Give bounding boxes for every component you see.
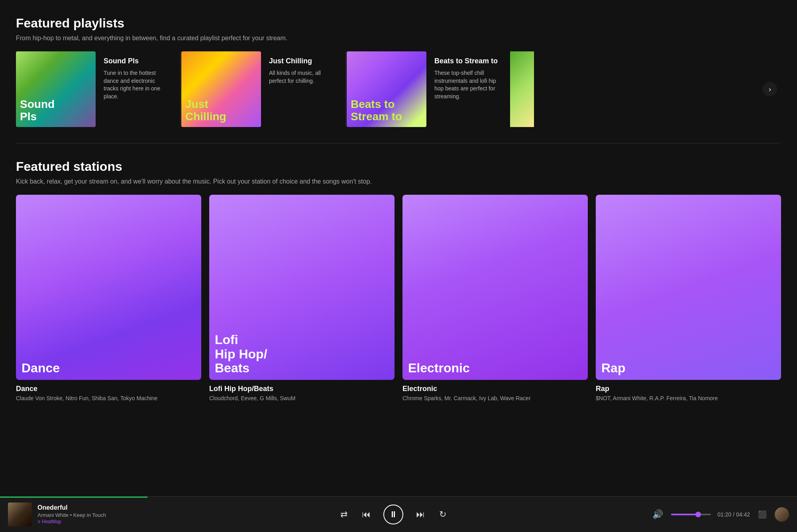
volume-button[interactable]: 🔊 (651, 508, 665, 521)
repeat-button[interactable]: ↻ (438, 508, 448, 521)
shuffle-icon: ⇄ (340, 509, 347, 520)
station-thumb-label-electronic: Electronic (408, 361, 470, 375)
player-album-art-image (8, 503, 32, 526)
station-card-dance[interactable]: Dance Dance Claude Von Stroke, Nitro Fun… (16, 195, 201, 403)
playlist-thumb-label-sound-pls: SoundPls (20, 98, 55, 123)
station-thumbnail-lofi: LofiHip Hop/Beats (209, 195, 395, 380)
station-artists-lofi: Cloudchord, Eevee, G Mills, SwuM (209, 395, 395, 403)
featured-playlists-title: Featured playlists (16, 16, 781, 31)
playlist-thumbnail-just-chilling: JustChilling (181, 51, 261, 127)
player-right: 🔊 01:20 / 04:42 ⬛ (651, 507, 789, 522)
player-track-info: Onederful Armani White • Keep in Touch ≡… (37, 504, 106, 524)
playlist-name-beats-stream: Beats to Stream to (434, 57, 498, 65)
stations-grid: Dance Dance Claude Von Stroke, Nitro Fun… (16, 195, 781, 403)
player-track-name: Onederful (37, 504, 106, 511)
pause-button[interactable]: ⏸ (383, 505, 403, 524)
volume-slider[interactable] (671, 514, 711, 515)
pause-icon: ⏸ (389, 509, 398, 520)
playlist-desc-just-chilling: All kinds of music, all perfect for chil… (269, 69, 333, 85)
repeat-icon: ↻ (439, 509, 446, 520)
playlist-thumb-label-just-chilling: JustChilling (185, 98, 226, 123)
playlist-thumbnail-beats-stream: Beats toStream to (347, 51, 426, 127)
current-time: 01:20 (717, 511, 731, 518)
station-thumb-label-rap: Rap (601, 361, 625, 375)
carousel-divider-2 (345, 51, 346, 127)
airplay-icon: ⬛ (758, 510, 767, 519)
playlist-desc-sound-pls: Tune in to the hottest dance and electro… (104, 69, 167, 100)
volume-thumb (695, 512, 701, 517)
main-content: Featured playlists From hip-hop to metal… (0, 0, 797, 403)
featured-playlists-section: Featured playlists From hip-hop to metal… (16, 16, 781, 127)
carousel-next-button[interactable]: › (763, 82, 777, 96)
player-time: 01:20 / 04:42 (717, 511, 750, 518)
playlist-thumbnail-partial (510, 51, 534, 127)
player-artist: Armani White (37, 512, 69, 518)
station-artists-electronic: Chrome Sparks, Mr. Carmack, Ivy Lab, Wav… (402, 395, 588, 403)
playlist-desc-beats-stream: These top-shelf chill instrumentals and … (434, 69, 498, 100)
time-separator: / (733, 511, 736, 518)
station-thumbnail-dance: Dance (16, 195, 201, 380)
station-thumb-label-dance: Dance (22, 361, 60, 375)
player-avatar[interactable] (775, 507, 789, 522)
volume-icon: 🔊 (652, 509, 663, 520)
player-track-sub: Armani White • Keep in Touch (37, 512, 106, 518)
station-card-electronic[interactable]: Electronic Electronic Chrome Sparks, Mr.… (402, 195, 588, 403)
station-name-rap: Rap (596, 385, 781, 393)
player-center: ⇄ ⏮ ⏸ ⏭ ↻ (135, 505, 651, 524)
section-divider (16, 143, 781, 143)
previous-button[interactable]: ⏮ (360, 508, 372, 521)
carousel-divider-1 (180, 51, 181, 127)
playlist-info-just-chilling: Just Chilling All kinds of music, all pe… (261, 51, 341, 127)
station-name-electronic: Electronic (402, 385, 588, 393)
next-button[interactable]: ⏭ (414, 508, 426, 521)
chevron-right-icon: › (769, 85, 771, 94)
player-left: Onederful Armani White • Keep in Touch ≡… (8, 503, 135, 526)
featured-stations-title: Featured stations (16, 159, 781, 174)
station-thumbnail-rap: Rap (596, 195, 781, 380)
station-name-dance: Dance (16, 385, 201, 393)
player-album: Keep in Touch (73, 512, 106, 518)
player-heatmap[interactable]: ≡ HeatMap (37, 519, 106, 524)
total-time: 04:42 (736, 511, 750, 518)
station-thumb-label-lofi: LofiHip Hop/Beats (215, 333, 267, 375)
featured-playlists-subtitle: From hip-hop to metal, and everything in… (16, 35, 781, 42)
station-name-lofi: Lofi Hip Hop/Beats (209, 385, 395, 393)
player-bar: Onederful Armani White • Keep in Touch ≡… (0, 496, 797, 532)
playlist-name-just-chilling: Just Chilling (269, 57, 333, 65)
playlist-thumbnail-sound-pls: SoundPls (16, 51, 96, 127)
airplay-button[interactable]: ⬛ (756, 509, 768, 520)
playlists-carousel: SoundPls Sound Pls Tune in to the hottes… (16, 51, 781, 127)
playlist-name-sound-pls: Sound Pls (104, 57, 167, 65)
heatmap-label: HeatMap (42, 519, 61, 524)
playlist-card-partial (510, 51, 534, 127)
playlist-card-beats-stream[interactable]: Beats toStream to Beats to Stream to The… (347, 51, 510, 127)
next-icon: ⏭ (416, 509, 425, 520)
player-separator: • (70, 512, 73, 518)
station-card-rap[interactable]: Rap Rap $NOT, Armani White, R.A.P. Ferre… (596, 195, 781, 403)
player-progress-bar (0, 497, 147, 498)
featured-stations-subtitle: Kick back, relax, get your stream on, an… (16, 178, 781, 185)
featured-stations-section: Featured stations Kick back, relax, get … (16, 159, 781, 403)
volume-fill (671, 514, 698, 515)
station-artists-rap: $NOT, Armani White, R.A.P. Ferreira, Tia… (596, 395, 781, 403)
station-card-lofi[interactable]: LofiHip Hop/Beats Lofi Hip Hop/Beats Clo… (209, 195, 395, 403)
shuffle-button[interactable]: ⇄ (339, 508, 349, 521)
heatmap-bars-icon: ≡ (37, 519, 40, 524)
station-artists-dance: Claude Von Stroke, Nitro Fun, Shiba San,… (16, 395, 201, 403)
playlist-thumb-label-beats-stream: Beats toStream to (351, 98, 402, 123)
playlist-info-sound-pls: Sound Pls Tune in to the hottest dance a… (96, 51, 175, 127)
previous-icon: ⏮ (362, 509, 371, 520)
playlist-info-beats-stream: Beats to Stream to These top-shelf chill… (426, 51, 506, 127)
station-thumbnail-electronic: Electronic (402, 195, 588, 380)
playlist-card-sound-pls[interactable]: SoundPls Sound Pls Tune in to the hottes… (16, 51, 179, 127)
player-album-art (8, 503, 32, 526)
playlist-card-just-chilling[interactable]: JustChilling Just Chilling All kinds of … (181, 51, 345, 127)
